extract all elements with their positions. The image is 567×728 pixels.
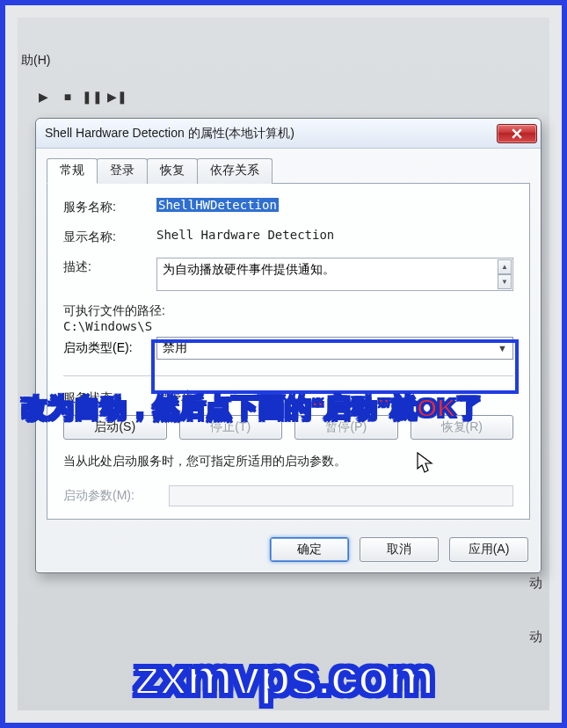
tab-general[interactable]: 常规 xyxy=(47,158,98,184)
separator xyxy=(63,375,513,376)
tab-logon[interactable]: 登录 xyxy=(97,158,148,184)
startup-type-value: 禁用 xyxy=(163,340,187,356)
dialog-button-row: 确定 取消 应用(A) xyxy=(36,530,541,572)
play-icon[interactable]: ▶ xyxy=(35,89,51,105)
bg-text: 动 xyxy=(529,575,542,592)
pause-icon[interactable]: ❚❚ xyxy=(84,89,100,105)
description-box[interactable]: 为自动播放硬件事件提供通知。 ▲ ▼ xyxy=(156,258,513,291)
background-toolbar: ▶ ■ ❚❚ ▶❚ xyxy=(26,79,541,114)
label-service-name: 服务名称: xyxy=(63,198,156,215)
tab-dependencies[interactable]: 依存关系 xyxy=(197,158,273,184)
scroll-up-icon[interactable]: ▲ xyxy=(498,259,512,274)
scroll-down-icon[interactable]: ▼ xyxy=(498,274,512,289)
stop-icon[interactable]: ■ xyxy=(60,89,76,105)
start-button[interactable]: 启动(S) xyxy=(63,415,167,440)
value-exe-path: C:\Windows\S xyxy=(63,319,513,333)
tab-panel-general: 服务名称: ShellHWDetection 显示名称: Shell Hardw… xyxy=(47,183,530,520)
resume-button[interactable]: 恢复(R) xyxy=(411,415,514,440)
pause-button[interactable]: 暂停(P) xyxy=(294,415,398,440)
ok-button[interactable]: 确定 xyxy=(270,537,349,562)
dialog-title: Shell Hardware Detection 的属性(本地计算机) xyxy=(45,126,497,142)
value-service-name[interactable]: ShellHWDetection xyxy=(156,198,279,212)
label-startup-type: 启动类型(E): xyxy=(63,340,156,356)
close-button[interactable] xyxy=(497,124,537,143)
tabstrip: 常规 登录 恢复 依存关系 xyxy=(36,149,541,183)
photo-frame: 助(H) ▶ ■ ❚❚ ▶❚ 动 动 动 动 动 动 Shell Hardwar… xyxy=(0,0,567,728)
bg-text: 动 xyxy=(529,629,542,645)
value-display-name: Shell Hardware Detection xyxy=(156,228,513,242)
apply-button[interactable]: 应用(A) xyxy=(449,537,528,562)
stop-button[interactable]: 停止(T) xyxy=(179,415,283,440)
label-start-params: 启动参数(M): xyxy=(63,488,169,504)
value-description: 为自动播放硬件事件提供通知。 xyxy=(163,262,335,276)
label-description: 描述: xyxy=(63,258,156,275)
label-exe-path: 可执行文件的路径: xyxy=(63,303,513,319)
background-menu-item[interactable]: 助(H) xyxy=(21,53,50,69)
label-display-name: 显示名称: xyxy=(63,228,156,245)
label-service-status: 服务状态: xyxy=(63,389,156,406)
start-params-input[interactable] xyxy=(169,485,513,506)
description-scroll[interactable]: ▲ ▼ xyxy=(498,259,512,289)
tab-recovery[interactable]: 恢复 xyxy=(147,158,198,184)
cancel-button[interactable]: 取消 xyxy=(360,537,439,562)
value-service-status: 已停止 xyxy=(156,389,513,404)
titlebar[interactable]: Shell Hardware Detection 的属性(本地计算机) xyxy=(36,119,541,149)
properties-dialog: Shell Hardware Detection 的属性(本地计算机) 常规 登… xyxy=(35,118,542,573)
startup-type-combo[interactable]: 禁用 ▼ xyxy=(156,337,513,360)
close-icon xyxy=(512,128,522,139)
restart-icon[interactable]: ▶❚ xyxy=(109,89,125,105)
startup-hint: 当从此处启动服务时，您可指定所适用的启动参数。 xyxy=(63,454,513,470)
chevron-down-icon: ▼ xyxy=(498,343,507,353)
